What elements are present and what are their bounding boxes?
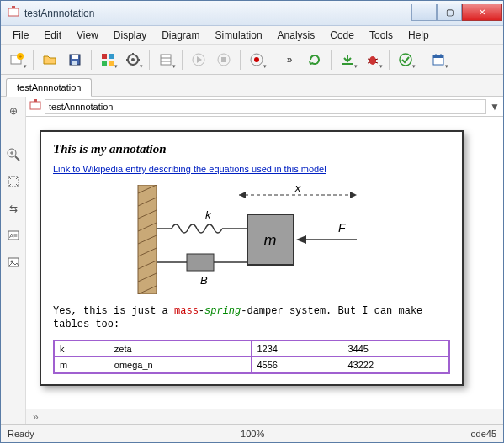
model-explorer-button[interactable]	[96, 48, 119, 71]
svg-rect-18	[161, 55, 171, 65]
svg-rect-10	[102, 61, 107, 66]
svg-rect-47	[34, 99, 37, 102]
toolbar: + »	[1, 45, 503, 75]
svg-rect-0	[8, 8, 19, 16]
separator	[331, 50, 332, 70]
table-cell: omega_n	[109, 357, 252, 374]
separator	[389, 50, 390, 70]
update-button[interactable]	[303, 48, 326, 71]
menu-display[interactable]: Display	[107, 28, 153, 43]
table-cell: m	[54, 357, 109, 374]
separator	[33, 50, 34, 70]
expand-icon[interactable]: »	[33, 411, 39, 423]
annotation-icon[interactable]: A≡	[4, 226, 23, 245]
svg-line-31	[375, 62, 378, 63]
svg-rect-11	[109, 61, 114, 66]
table-row: k zeta 1234 3445	[54, 340, 449, 357]
play-button[interactable]	[187, 48, 210, 71]
check-button[interactable]	[394, 48, 417, 71]
menu-analysis[interactable]: Analysis	[271, 28, 322, 43]
diagram-label-m: m	[264, 232, 277, 249]
annotation-body: Yes, this is just a mass-spring-damper s…	[53, 304, 450, 331]
menu-code[interactable]: Code	[323, 28, 361, 43]
annotation-link[interactable]: Link to Wikipedia entry describing the e…	[53, 164, 326, 174]
menu-file[interactable]: File	[6, 28, 35, 43]
svg-text:+: +	[19, 53, 23, 61]
maximize-button[interactable]: ▢	[437, 4, 462, 21]
minimize-button[interactable]: —	[411, 4, 437, 21]
table-cell: k	[54, 340, 109, 357]
record-button[interactable]	[245, 48, 268, 71]
debug-button[interactable]	[361, 48, 385, 71]
library-browser-button[interactable]	[154, 48, 178, 71]
svg-rect-8	[102, 54, 107, 59]
menu-view[interactable]: View	[70, 28, 105, 43]
table-cell: 1234	[252, 340, 342, 357]
step-forward-button[interactable]: »	[278, 48, 301, 71]
svg-rect-6	[72, 55, 78, 59]
table-cell: 3445	[342, 340, 449, 357]
app-icon	[8, 6, 19, 20]
menu-diagram[interactable]: Diagram	[155, 28, 206, 43]
menu-bar: File Edit View Display Diagram Simulatio…	[1, 26, 503, 45]
close-button[interactable]: ✕	[462, 4, 502, 21]
svg-rect-23	[221, 57, 226, 62]
svg-point-32	[400, 54, 411, 66]
window-controls: — ▢ ✕	[411, 4, 502, 23]
diagram-label-x: x	[294, 185, 301, 194]
palette-bar: ⊕ ⇆ A≡	[1, 97, 26, 424]
fit-view-icon[interactable]	[4, 172, 23, 191]
separator	[273, 50, 273, 70]
separator	[422, 50, 422, 70]
mass-spring-damper-diagram: x k B m	[121, 185, 382, 294]
breadcrumb-bar: testAnnnotation ▼	[26, 97, 503, 117]
diagram-label-B: B	[200, 274, 208, 287]
svg-line-38	[15, 156, 19, 161]
new-model-button[interactable]: +	[5, 48, 29, 71]
svg-rect-34	[433, 55, 443, 58]
menu-simulation[interactable]: Simulation	[209, 28, 269, 43]
tab-strip: testAnnnotation	[1, 75, 503, 97]
build-button[interactable]	[336, 48, 359, 71]
annotation-block[interactable]: This is my annotation Link to Wikipedia …	[40, 130, 464, 386]
title-bar: testAnnnotation — ▢ ✕	[1, 1, 503, 26]
svg-rect-1	[12, 6, 15, 8]
model-canvas[interactable]: This is my annotation Link to Wikipedia …	[26, 117, 503, 409]
svg-marker-59	[239, 192, 246, 198]
breadcrumb-crumb[interactable]: testAnnnotation	[45, 99, 486, 114]
save-button[interactable]	[63, 48, 87, 71]
table-cell: 4556	[252, 357, 342, 374]
navigate-icon[interactable]: ⇆	[4, 199, 23, 218]
canvas-container: testAnnnotation ▼ This is my annotation …	[26, 97, 503, 424]
menu-edit[interactable]: Edit	[37, 28, 68, 43]
table-cell: 43222	[342, 357, 449, 374]
menu-help[interactable]: Help	[401, 28, 436, 43]
breadcrumb-dropdown-icon[interactable]: ▼	[490, 101, 500, 113]
svg-rect-9	[109, 54, 114, 59]
svg-text:A≡: A≡	[8, 232, 17, 240]
diagram-label-F: F	[338, 221, 347, 235]
image-icon[interactable]	[4, 253, 23, 272]
svg-point-13	[131, 58, 135, 61]
separator	[91, 50, 92, 70]
svg-marker-60	[350, 192, 357, 198]
schedule-button[interactable]	[427, 48, 450, 71]
diagram-label-k: k	[205, 208, 212, 221]
hide-browser-icon[interactable]: ⊕	[4, 102, 23, 120]
tab-model[interactable]: testAnnnotation	[6, 78, 92, 97]
zoom-in-icon[interactable]	[4, 145, 23, 164]
table-row: m omega_n 4556 43222	[54, 357, 449, 374]
separator	[240, 50, 241, 70]
settings-button[interactable]	[121, 48, 145, 71]
separator	[149, 50, 150, 70]
svg-marker-68	[296, 235, 306, 244]
svg-line-30	[368, 62, 370, 63]
status-ready: Ready	[8, 429, 34, 439]
annotation-heading: This is my annotation	[53, 142, 450, 156]
svg-rect-7	[72, 61, 77, 65]
menu-tools[interactable]: Tools	[363, 28, 400, 43]
collapse-bar[interactable]: »	[26, 409, 503, 424]
stop-button[interactable]	[212, 48, 236, 71]
open-button[interactable]	[38, 48, 61, 71]
svg-rect-64	[187, 254, 214, 271]
